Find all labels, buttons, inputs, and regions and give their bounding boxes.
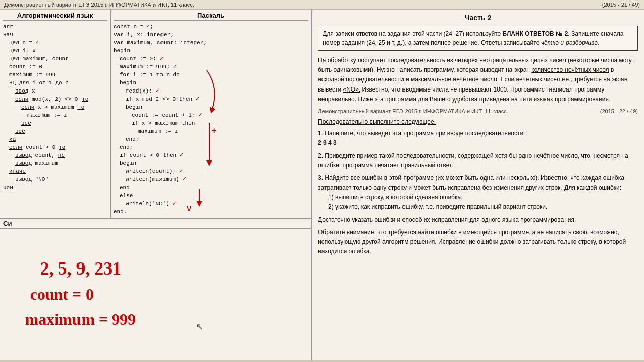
algo-line: цел i, x <box>9 47 107 55</box>
pascal-line: maximum := i <box>138 127 308 135</box>
svg-text:2, 5, 9, 231: 2, 5, 9, 231 <box>40 258 121 279</box>
task1: 1. Напишите, что выведет эта программа п… <box>318 129 638 148</box>
code-table: Алгоритмический язык алг нач цел n = 4 ц… <box>0 10 311 219</box>
pascal-line: if count > 0 then ✓ <box>120 151 308 159</box>
task2: 2. Приведите пример такой последовательн… <box>318 151 638 170</box>
pascal-line: writeln(maximum) ✓ <box>126 175 308 184</box>
pascal-line: if x > maximum then <box>132 119 308 127</box>
pascal-column: Паскаль const n = 4; var i, x: integer; … <box>111 10 311 218</box>
algo-column: Алгоритмический язык алг нач цел n = 4 ц… <box>0 10 111 218</box>
algo-line: цел n = 4 <box>9 39 107 47</box>
instructions-box: Для записи ответов на задания этой части… <box>318 26 638 51</box>
algo-line: кон <box>3 184 107 192</box>
algo-line: ввод x <box>15 87 107 95</box>
task1-sequence: 2 9 4 3 <box>318 139 337 146</box>
top-bar: Демонстрационный вариант ЕГЭ 2015 г. ИНФ… <box>0 0 644 10</box>
pascal-line: var i, x: integer; <box>114 31 308 39</box>
pascal-line: begin <box>120 159 308 167</box>
footer-ref-left: Демонстрационный вариант ЕГЭ 2015 г. ИНФ… <box>318 108 508 114</box>
task3-warning: Обратите внимание, что требуется найти о… <box>318 228 638 257</box>
algo-line: если mod(x, 2) <> 0 то <box>15 95 107 103</box>
bottom-section: Си 2, 5, 9, 231 count = 0 maximum = 999 … <box>0 219 311 360</box>
main-content: Алгоритмический язык алг нач цел n = 4 ц… <box>0 10 644 360</box>
algo-line: если count > 0 то <box>9 143 107 151</box>
tasks-header: Последовательно выполните следующее. <box>318 117 638 127</box>
pascal-line: const n = 4; <box>114 23 308 31</box>
algo-line: вывод count, нс <box>15 151 107 159</box>
pascal-line: read(x); ✓ <box>126 87 308 95</box>
left-panel: Алгоритмический язык алг нач цел n = 4 ц… <box>0 10 312 360</box>
pascal-line: begin <box>114 47 308 55</box>
problem-text: На обработку поступает последовательност… <box>318 56 638 104</box>
pascal-line: if x mod 2 <> 0 then ✓ <box>126 95 308 103</box>
pascal-line: count := 0; ✓ <box>120 55 308 63</box>
pascal-line: writeln(count); ✓ <box>126 167 308 175</box>
pascal-line: writeln('NO') ✓ <box>126 200 308 208</box>
task3-sub2: 2) укажите, как исправить ошибку, т.е. п… <box>328 202 638 212</box>
algo-line: всё <box>15 127 107 135</box>
pascal-line: count := count + 1; ✓ <box>132 111 308 119</box>
algo-line: если x > maximum то <box>21 103 107 111</box>
task3-sub1: 1) выпишите строку, в которой сделана ош… <box>328 193 638 202</box>
svg-text:↖: ↖ <box>196 322 203 332</box>
handwritten-svg: 2, 5, 9, 231 count = 0 maximum = 999 ↖ <box>0 229 311 360</box>
task3-text: 3. Найдите все ошибки в этой программе (… <box>318 174 624 191</box>
task3: 3. Найдите все ошибки в этой программе (… <box>318 173 638 212</box>
task3-note: Достаточно указать ошибки и способ их ис… <box>318 215 638 225</box>
top-bar-right: (2015 - 21 / 49) <box>602 2 640 8</box>
algo-header: Алгоритмический язык <box>3 12 107 21</box>
algo-line: цел maximum, count <box>9 55 107 63</box>
pascal-line: end; <box>126 135 308 143</box>
handwritten-area: 2, 5, 9, 231 count = 0 maximum = 999 ↖ <box>0 229 311 360</box>
pascal-line: else <box>120 192 308 200</box>
pascal-line: for i := 1 to n do <box>120 71 308 79</box>
instructions-text: Для записи ответов на задания этой части… <box>323 30 624 46</box>
task1-text: 1. Напишите, что выведет эта программа п… <box>318 130 525 137</box>
si-header: Си <box>0 219 311 229</box>
part2-title: Часть 2 <box>318 14 638 22</box>
pascal-line: end. <box>114 208 308 216</box>
footer-ref: Демонстрационный вариант ЕГЭ 2015 г. ИНФ… <box>318 108 638 114</box>
pascal-header: Паскаль <box>114 12 308 21</box>
algo-line: maximum := i <box>27 111 107 119</box>
pascal-line: var maximum, count: integer; <box>114 39 308 47</box>
top-bar-left: Демонстрационный вариант ЕГЭ 2015 г. ИНФ… <box>4 2 194 8</box>
svg-text:maximum = 999: maximum = 999 <box>25 311 136 328</box>
pascal-line: begin <box>126 103 308 111</box>
algo-line: count := 0 <box>9 63 107 71</box>
algo-line: кц <box>9 135 107 143</box>
algo-line: нач <box>3 31 107 39</box>
pascal-line: begin <box>120 79 308 87</box>
algo-line: maximum := 999 <box>9 71 107 79</box>
footer-ref-right: (2015 - 22 / 49) <box>600 108 638 114</box>
tasks-section: Последовательно выполните следующее. 1. … <box>318 117 638 256</box>
algo-line: вывод maximum <box>15 159 107 167</box>
right-panel: Часть 2 Для записи ответов на задания эт… <box>312 10 644 360</box>
algo-line: вывод "NO" <box>15 175 107 184</box>
algo-line: нц для i от 1 до n <box>9 79 107 87</box>
pascal-line: maximum := 999; ✓ <box>120 63 308 71</box>
algo-line: алг <box>3 23 107 31</box>
task2-text: 2. Приведите пример такой последовательн… <box>318 152 628 169</box>
svg-text:count = 0: count = 0 <box>30 286 94 303</box>
algo-line: иначе <box>9 167 107 175</box>
pascal-line: end; <box>120 143 308 151</box>
pascal-line: end <box>120 184 308 192</box>
algo-line: всё <box>21 119 107 127</box>
